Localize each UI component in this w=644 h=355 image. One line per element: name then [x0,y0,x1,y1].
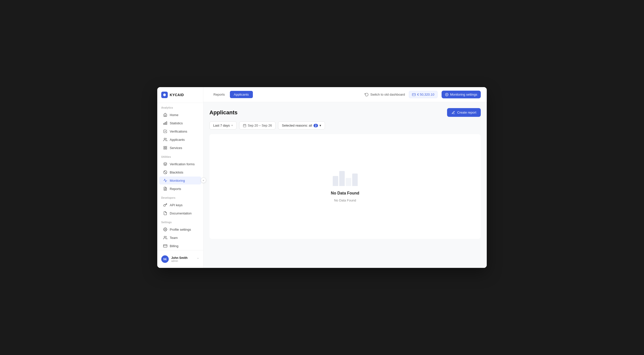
page-content: Applicants Create report Last 7 days ▾ [204,102,487,268]
file-text-icon [163,187,167,191]
settings-section-label: Settings [157,218,203,225]
sidebar-item-documentation[interactable]: Documentation [159,209,201,217]
sidebar-label-verifications: Verifications [170,130,187,133]
date-range-label: Last 7 days [213,124,230,127]
monitoring-settings-gear-icon [445,93,448,96]
sidebar-item-home[interactable]: Home [159,111,201,119]
sidebar-item-services[interactable]: Services [159,144,201,152]
svg-rect-5 [166,146,167,148]
empty-state-card: No Data Found No Data Found [210,134,481,239]
sidebar-item-verification-forms[interactable]: Verification forms [159,160,201,168]
sidebar-label-billing: Billing [170,244,178,248]
balance-icon [412,93,416,96]
svg-marker-8 [164,162,167,164]
date-range-chevron-icon: ▾ [232,124,233,127]
sidebar-label-home: Home [170,113,178,117]
monitoring-settings-button[interactable]: Monitoring settings [442,90,481,98]
header-tabs: Reports Applicants [210,91,253,98]
create-report-label: Create report [457,110,476,114]
sidebar-item-applicants[interactable]: Applicants [159,136,201,144]
tab-applicants[interactable]: Applicants [230,91,253,98]
page-header-row: Applicants Create report [210,108,481,117]
sidebar-label-profile-settings: Profile settings [170,228,191,232]
credit-card-icon [163,244,167,248]
developers-section-label: Developers [157,193,203,201]
sidebar-label-services: Services [170,146,182,150]
svg-rect-15 [164,245,167,248]
user-profile[interactable]: SE John Smith admin ⌃ [159,254,201,265]
svg-point-13 [165,229,166,230]
reasons-count-badge: 2 [314,124,318,127]
svg-rect-0 [166,122,167,124]
empty-state-chart-icon [333,171,358,186]
chart-bar-3 [346,178,351,186]
switch-dashboard-button[interactable]: Switch to old dashboard [365,92,405,96]
svg-rect-6 [164,148,165,149]
sidebar-item-billing[interactable]: Billing [159,242,201,250]
user-chevron-icon: ⌃ [197,258,199,261]
svg-rect-1 [165,122,166,124]
chart-bar-1 [333,176,338,186]
sidebar-item-blacklists[interactable]: Blacklists [159,168,201,176]
header-right: Switch to old dashboard € 50,320.10 Moni… [365,90,481,98]
sidebar-collapse-button[interactable]: « [201,178,206,183]
sidebar-label-api-keys: API keys [170,203,182,207]
empty-state-title: No Data Found [331,191,360,196]
sidebar-item-monitoring[interactable]: Monitoring [159,176,201,184]
svg-rect-7 [166,148,167,149]
user-name: John Smith [171,256,194,260]
team-icon [163,236,167,240]
sidebar: KYCAID Analytics Home Statistics Veri [157,87,204,268]
settings-section: Settings Profile settings Team Billing [157,218,203,250]
bar-chart-icon [163,121,167,125]
tab-reports[interactable]: Reports [210,91,229,98]
settings-icon [163,228,167,232]
key-icon [163,203,167,207]
layers-icon [163,162,167,166]
sidebar-item-reports[interactable]: Reports [159,185,201,193]
svg-rect-2 [164,123,164,124]
sidebar-label-reports: Reports [170,187,181,191]
sidebar-label-documentation: Documentation [170,212,192,215]
grid-icon [163,146,167,150]
sidebar-label-applicants: Applicants [170,138,185,142]
svg-point-19 [446,94,447,95]
slash-icon [163,170,167,174]
reasons-label: Selected reasons: all [282,124,312,127]
logo-text: KYCAID [170,93,184,97]
balance-badge: € 50,320.10 [409,91,438,98]
logo[interactable]: KYCAID [157,87,203,103]
empty-state-subtitle: No Data Found [334,198,356,202]
svg-rect-17 [412,93,416,96]
avatar: SE [161,256,169,263]
chart-bar-2 [339,171,345,186]
check-square-icon [163,129,167,133]
svg-rect-4 [164,146,165,148]
sidebar-item-profile-settings[interactable]: Profile settings [159,226,201,234]
create-report-button[interactable]: Create report [447,108,481,117]
svg-rect-20 [243,124,246,127]
balance-amount: € 50,320.10 [417,92,434,96]
date-range-dropdown[interactable]: Last 7 days ▾ [210,121,237,130]
sidebar-label-statistics: Statistics [170,121,183,125]
sidebar-label-monitoring: Monitoring [170,179,185,182]
svg-line-10 [164,171,166,173]
activity-icon [163,178,167,182]
reasons-filter-dropdown[interactable]: Selected reasons: all 2 ▾ [278,121,325,130]
page-title: Applicants [210,109,238,116]
analytics-section: Analytics Home Statistics Verifications [157,103,203,152]
sidebar-item-verifications[interactable]: Verifications [159,127,201,135]
sidebar-label-verification-forms: Verification forms [170,162,195,166]
chart-bar-4 [352,174,358,186]
file-icon [163,211,167,215]
sidebar-label-blacklists: Blacklists [170,170,183,174]
developers-section: Developers API keys Documentation [157,193,203,218]
sidebar-item-statistics[interactable]: Statistics [159,119,201,127]
pen-icon [452,111,455,114]
sidebar-item-team[interactable]: Team [159,234,201,242]
sidebar-item-api-keys[interactable]: API keys [159,201,201,209]
monitoring-settings-label: Monitoring settings [450,92,477,96]
logo-icon [161,92,168,98]
svg-point-3 [164,138,165,139]
analytics-section-label: Analytics [157,103,203,110]
